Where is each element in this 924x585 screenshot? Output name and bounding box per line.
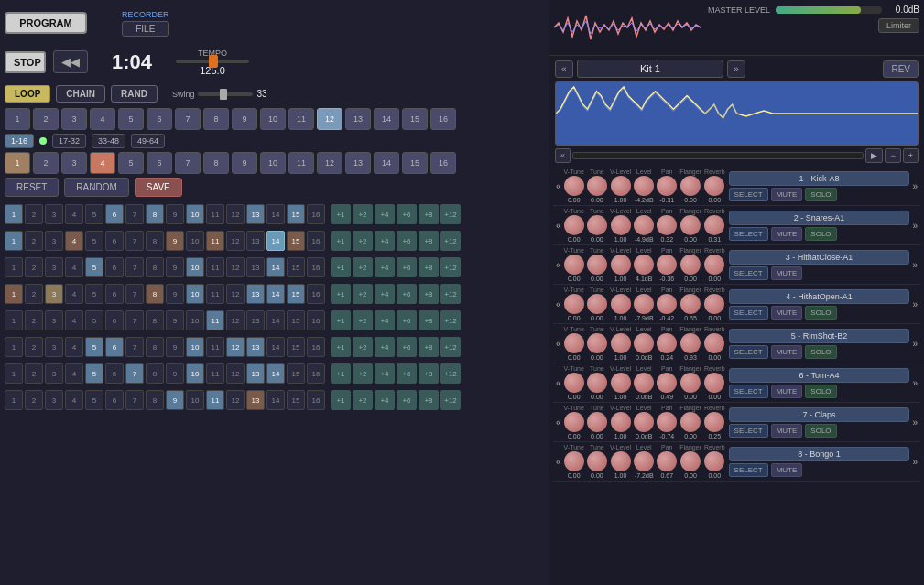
ch4-flanger-knob[interactable] (680, 294, 701, 314)
ch8-vel-p4[interactable]: +4 (375, 390, 395, 410)
program-button[interactable]: PROGRAM (5, 12, 87, 34)
step-7[interactable]: 7 (175, 108, 201, 130)
ch3-s3[interactable]: 3 (45, 257, 63, 277)
ch2-next[interactable]: » (909, 221, 920, 231)
ch7-s14[interactable]: 14 (266, 363, 285, 384)
random-button[interactable]: RANDOM (64, 178, 128, 197)
ch8-vel-p8[interactable]: +8 (419, 390, 439, 410)
ch3-tune-knob[interactable] (587, 255, 607, 275)
tempo-slider[interactable] (176, 60, 249, 63)
ch4-level-knob[interactable] (634, 294, 654, 314)
ch7-flanger-knob[interactable] (680, 412, 701, 432)
ch3-s9[interactable]: 9 (166, 257, 184, 277)
ch2-tune-knob[interactable] (587, 215, 607, 235)
ch7-s13[interactable]: 13 (246, 363, 265, 384)
sstep-9[interactable]: 9 (232, 152, 257, 174)
ch6-level-knob[interactable] (634, 373, 654, 393)
ch4-reverb-knob[interactable] (704, 294, 724, 314)
sstep-11[interactable]: 11 (288, 152, 314, 174)
sstep-3[interactable]: 3 (61, 152, 87, 174)
ch8-select-btn[interactable]: SELECT (729, 463, 768, 477)
ch8-tune-knob[interactable] (587, 451, 607, 471)
ch8-s15[interactable]: 15 (287, 390, 305, 410)
ch3-s12[interactable]: 12 (226, 257, 245, 277)
step-15[interactable]: 15 (402, 108, 428, 130)
ch1-pan-knob[interactable] (657, 176, 677, 196)
ch8-vtune-knob[interactable] (564, 451, 584, 471)
ch5-level-knob[interactable] (634, 333, 654, 353)
ch2-vlevel-knob[interactable] (611, 215, 631, 235)
ch1-s3[interactable]: 3 (45, 204, 63, 224)
ch3-s13[interactable]: 13 (246, 257, 265, 277)
ch7-vlevel-knob[interactable] (611, 412, 631, 432)
ch3-vel-p6[interactable]: +6 (397, 257, 417, 277)
ch1-name-btn[interactable]: 1 - Kick-A8 (729, 171, 910, 186)
step-1[interactable]: 1 (5, 108, 30, 130)
ch7-mute-btn[interactable]: MUTE (771, 424, 803, 438)
sstep-1[interactable]: 1 (5, 152, 30, 174)
ch3-reverb-knob[interactable] (704, 255, 724, 275)
ch3-s10[interactable]: 10 (186, 257, 204, 277)
ch3-s4[interactable]: 4 (65, 257, 83, 277)
vel-p12[interactable]: +12 (440, 204, 461, 224)
ch1-flanger-knob[interactable] (680, 176, 701, 196)
sstep-13[interactable]: 13 (345, 152, 371, 174)
ch6-vel-p12[interactable]: +12 (440, 337, 461, 357)
ch4-vel-p1[interactable]: +1 (331, 284, 351, 304)
ch5-s11[interactable]: 11 (206, 310, 224, 330)
save-button[interactable]: SAVE (135, 178, 182, 197)
ch6-s7[interactable]: 7 (125, 337, 144, 357)
sstep-4[interactable]: 4 (90, 152, 115, 174)
ch3-vel-p4[interactable]: +4 (375, 257, 395, 277)
ch8-s1[interactable]: 1 (5, 390, 23, 410)
page-17-32[interactable]: 17-32 (52, 134, 86, 148)
ch8-prev[interactable]: « (553, 457, 564, 467)
ch7-s3[interactable]: 3 (45, 363, 63, 384)
step-2[interactable]: 2 (33, 108, 59, 130)
step-3[interactable]: 3 (61, 108, 87, 130)
ch4-tune-knob[interactable] (587, 294, 607, 314)
ch6-prev[interactable]: « (553, 378, 564, 388)
ch3-level-knob[interactable] (634, 255, 654, 275)
ch5-name-btn[interactable]: 5 - RimShot-B2 (729, 329, 910, 343)
ch6-s1[interactable]: 1 (5, 337, 23, 357)
ch6-s16[interactable]: 16 (307, 337, 325, 357)
ch2-s16[interactable]: 16 (307, 231, 325, 251)
ch5-s15[interactable]: 15 (287, 310, 305, 330)
ch6-s6[interactable]: 6 (105, 337, 124, 357)
ch7-select-btn[interactable]: SELECT (729, 424, 768, 438)
ch2-vtune-knob[interactable] (564, 215, 584, 235)
ch2-flanger-knob[interactable] (680, 215, 701, 235)
ch2-s11[interactable]: 11 (206, 231, 224, 251)
ch6-s9[interactable]: 9 (166, 337, 184, 357)
ch1-s14[interactable]: 14 (266, 204, 285, 224)
ch4-s1[interactable]: 1 (5, 284, 23, 304)
ch3-name-btn[interactable]: 3 - HithatClose-A1 (729, 250, 910, 265)
ch5-vel-p6[interactable]: +6 (397, 310, 417, 330)
ch6-vel-p2[interactable]: +2 (353, 337, 373, 357)
ch8-s6[interactable]: 6 (105, 390, 124, 410)
ch6-next[interactable]: » (909, 378, 920, 388)
ch3-pan-knob[interactable] (657, 255, 677, 275)
sstep-5[interactable]: 5 (118, 152, 144, 174)
ch1-s12[interactable]: 12 (226, 204, 245, 224)
ch3-s2[interactable]: 2 (25, 257, 43, 277)
sstep-12[interactable]: 12 (317, 152, 342, 174)
ch2-s3[interactable]: 3 (45, 231, 63, 251)
chain-button[interactable]: CHAIN (56, 85, 105, 103)
ch4-vel-p6[interactable]: +6 (397, 284, 417, 304)
ch5-next[interactable]: » (909, 339, 920, 349)
wf-plus-btn[interactable]: + (903, 148, 919, 163)
ch2-s13[interactable]: 13 (246, 231, 265, 251)
swing-slider[interactable] (198, 92, 253, 96)
ch1-s13[interactable]: 13 (246, 204, 265, 224)
step-11[interactable]: 11 (288, 108, 314, 130)
ch5-solo-btn[interactable]: SOLO (805, 345, 836, 359)
ch7-vel-p8[interactable]: +8 (419, 363, 439, 384)
master-slider[interactable] (776, 6, 882, 14)
ch2-prev[interactable]: « (553, 221, 564, 231)
ch4-vel-p12[interactable]: +12 (440, 284, 461, 304)
ch2-level-knob[interactable] (634, 215, 654, 235)
step-6[interactable]: 6 (147, 108, 172, 130)
ch7-vel-p2[interactable]: +2 (353, 363, 373, 384)
